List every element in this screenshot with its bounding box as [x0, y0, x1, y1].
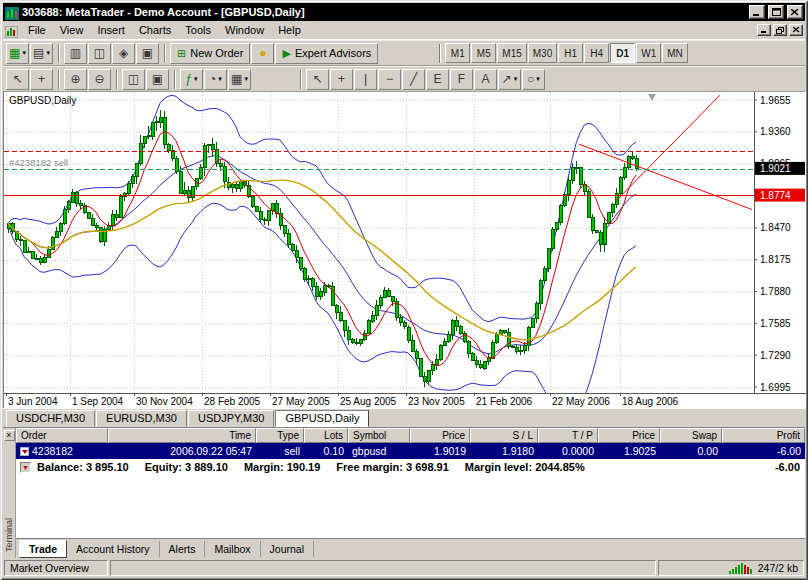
- price-chart[interactable]: GBPUSD,Daily#4238182 sell1.96551.93601.9…: [4, 92, 806, 408]
- templates-glyph: ▦: [231, 73, 242, 85]
- zoom-in-icon[interactable]: ⊕: [64, 69, 87, 90]
- terminal-tab-account-history[interactable]: Account History: [67, 541, 160, 557]
- column-header-price[interactable]: Price: [410, 428, 470, 443]
- trade-cell-7: 0.0000: [538, 443, 598, 459]
- chart-tab-usdchf-m30[interactable]: USDCHF,M30: [6, 410, 95, 427]
- terminal-close-icon[interactable]: ×: [4, 430, 15, 441]
- chart-tab-usdjpy-m30[interactable]: USDJPY,M30: [188, 410, 274, 427]
- timeframe-m1[interactable]: M1: [445, 43, 470, 63]
- column-header-s-l[interactable]: S / L: [470, 428, 538, 443]
- cursor-icon[interactable]: ↖: [6, 69, 29, 90]
- column-header-lots[interactable]: Lots: [304, 428, 348, 443]
- order-type-icon: [20, 447, 29, 456]
- svg-text:1.9655: 1.9655: [760, 95, 791, 106]
- column-header-profit[interactable]: Profit: [722, 428, 805, 443]
- timeframe-m30[interactable]: M30: [528, 43, 557, 63]
- menu-charts[interactable]: Charts: [132, 22, 178, 38]
- zoom-out-glyph: ⊖: [94, 73, 104, 85]
- market-overview-status[interactable]: Market Overview: [4, 560, 108, 576]
- svg-text:18 Aug 2006: 18 Aug 2006: [622, 396, 679, 407]
- timeframe-h1[interactable]: H1: [558, 43, 583, 63]
- terminal-tab-alerts[interactable]: Alerts: [160, 541, 206, 557]
- column-header-t-p[interactable]: T / P: [538, 428, 598, 443]
- horizontal-line-glyph: −: [386, 73, 393, 85]
- timeframe-d1[interactable]: D1: [610, 43, 635, 63]
- column-header-symbol[interactable]: Symbol: [348, 428, 410, 443]
- mdi-restore-button[interactable]: [773, 24, 787, 36]
- chart-area[interactable]: GBPUSD,Daily#4238182 sell1.96551.93601.9…: [3, 92, 805, 408]
- balance-summary: Balance: 3 895.10Equity: 3 889.10Margin:…: [37, 461, 601, 473]
- maximize-button[interactable]: [768, 5, 784, 19]
- menu-window[interactable]: Window: [218, 22, 271, 38]
- svg-text:1 Sep 2004: 1 Sep 2004: [72, 396, 124, 407]
- terminal-panel-icon[interactable]: ▣: [136, 43, 159, 64]
- terminal-tab-journal[interactable]: Journal: [261, 541, 314, 557]
- menu-items: FileViewInsertChartsToolsWindowHelp: [21, 22, 308, 38]
- menu-help[interactable]: Help: [271, 22, 308, 38]
- new-chart-icon[interactable]: ▦▾: [6, 43, 29, 64]
- trendline-icon[interactable]: ╱: [402, 69, 425, 90]
- svg-text:1.8774: 1.8774: [760, 190, 791, 201]
- column-header-type[interactable]: Type: [256, 428, 304, 443]
- periods-icon[interactable]: ◔▾: [204, 69, 227, 90]
- toolbar-gap: [379, 53, 435, 54]
- dropdown-arrow-icon: ▾: [218, 75, 222, 83]
- zoom-out-icon[interactable]: ⊖: [88, 69, 111, 90]
- text-label-icon[interactable]: A: [474, 69, 497, 90]
- templates-icon[interactable]: ▦▾: [228, 69, 251, 90]
- balance-segment-0: Balance: 3 895.10: [37, 461, 129, 473]
- open-order-row[interactable]: 42381822006.09.22 05:47sell0.10gbpusd1.9…: [16, 443, 805, 459]
- indicators-icon[interactable]: ƒ▾: [180, 69, 203, 90]
- menu-tools[interactable]: Tools: [178, 22, 218, 38]
- column-header-swap[interactable]: Swap: [660, 428, 722, 443]
- terminal-tab-mailbox[interactable]: Mailbox: [205, 541, 260, 557]
- vertical-line-icon[interactable]: |: [354, 69, 377, 90]
- navigator-icon[interactable]: ◈: [112, 43, 135, 64]
- equidistant-channel-icon[interactable]: E: [426, 69, 449, 90]
- svg-text:21 Feb 2006: 21 Feb 2006: [476, 396, 533, 407]
- text-label-glyph: A: [481, 73, 489, 85]
- timeframe-mn[interactable]: MN: [662, 43, 688, 63]
- new-order-button[interactable]: ⊞New Order: [170, 43, 250, 64]
- timeframe-m15[interactable]: M15: [497, 43, 526, 63]
- trade-cell-8: 1.9025: [598, 443, 660, 459]
- balance-segment-4: Margin level: 2044.85%: [465, 461, 585, 473]
- menu-view[interactable]: View: [53, 22, 91, 38]
- timeframe-w1[interactable]: W1: [636, 43, 661, 63]
- terminal-tab-trade[interactable]: Trade: [19, 540, 67, 558]
- market-watch-icon[interactable]: ▥: [64, 43, 87, 64]
- menu-file[interactable]: File: [21, 22, 53, 38]
- mdi-close-button[interactable]: [789, 24, 803, 36]
- chart-window-icon: [5, 24, 18, 36]
- svg-text:25 Aug 2005: 25 Aug 2005: [340, 396, 397, 407]
- svg-text:28 Feb 2005: 28 Feb 2005: [204, 396, 261, 407]
- trade-cell-2: sell: [256, 443, 304, 459]
- mdi-minimize-button[interactable]: [757, 24, 771, 36]
- column-header-order[interactable]: Order: [16, 428, 108, 443]
- menu-insert[interactable]: Insert: [90, 22, 132, 38]
- fibonacci-icon[interactable]: F: [450, 69, 473, 90]
- timeframe-m5[interactable]: M5: [471, 43, 496, 63]
- crosshair-icon[interactable]: +: [30, 69, 53, 90]
- data-window-icon[interactable]: ◫: [88, 43, 111, 64]
- timeframe-h4[interactable]: H4: [584, 43, 609, 63]
- tile-windows-icon[interactable]: ◫: [122, 69, 145, 90]
- profiles-icon[interactable]: ▤▾: [30, 43, 53, 64]
- chart-tab-gbpusd-daily[interactable]: GBPUSD,Daily: [275, 410, 369, 427]
- column-header-price[interactable]: Price: [598, 428, 660, 443]
- close-button[interactable]: [787, 5, 803, 19]
- cascade-windows-icon[interactable]: ▣: [146, 69, 169, 90]
- minimize-button[interactable]: [749, 5, 765, 19]
- metaeditor-icon[interactable]: ●: [251, 43, 274, 64]
- arrows-icon[interactable]: ↗▾: [498, 69, 521, 90]
- column-header-time[interactable]: Time: [108, 428, 256, 443]
- chart-tab-eurusd-m30[interactable]: EURUSD,M30: [96, 410, 187, 427]
- horizontal-line-icon[interactable]: −: [378, 69, 401, 90]
- shapes-icon[interactable]: ○▾: [522, 69, 545, 90]
- draw-crosshair-icon[interactable]: +: [330, 69, 353, 90]
- status-message-area: [110, 560, 656, 576]
- draw-cursor-icon[interactable]: ↖: [306, 69, 329, 90]
- svg-text:27 May 2005: 27 May 2005: [272, 396, 330, 407]
- fibonacci-glyph: F: [458, 73, 465, 85]
- expert-advisors-button[interactable]: ▶Expert Advisors: [275, 43, 378, 64]
